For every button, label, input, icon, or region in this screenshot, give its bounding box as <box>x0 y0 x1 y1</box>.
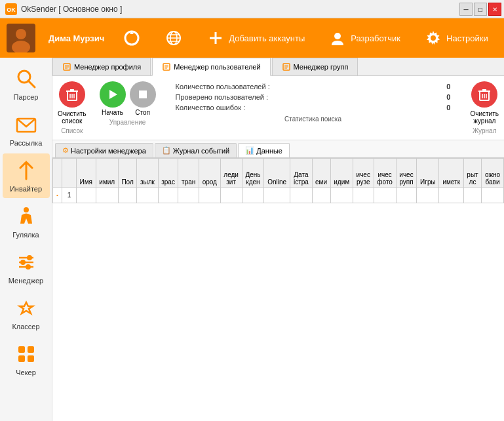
th-country: тран <box>178 159 199 188</box>
sub-tabs: ⚙ Настройки менеджера 📋 Журнал событий 📊… <box>52 140 504 158</box>
stat-checked-label: Проверено пользователей : <box>176 93 269 101</box>
tab-user-manager-label: Менеджер пользователей <box>174 63 260 71</box>
row-city <box>199 188 220 203</box>
settings-label: Настройки <box>446 33 488 43</box>
sidebar-item-walker[interactable]: Гулялка <box>3 199 50 244</box>
main-layout: Парсер Рассылка Инвайтер <box>0 58 504 421</box>
sidebar-item-checker[interactable]: Чекер <box>3 337 50 382</box>
start-button[interactable] <box>100 81 126 108</box>
settings-button[interactable]: Настройки <box>419 26 494 50</box>
start-stop-section: Начать Стоп Управление <box>100 81 156 134</box>
developer-button[interactable]: Разработчик <box>323 26 406 50</box>
checker-icon <box>14 342 38 366</box>
row-games <box>417 188 439 203</box>
stop-label: Стоп <box>135 109 150 116</box>
add-accounts-button[interactable]: Добавить аккаунты <box>201 26 310 50</box>
th-lastvisit: ледизит <box>220 159 242 188</box>
svg-rect-49 <box>139 90 147 98</box>
stats-section: Количество пользователей : 0 Проверено п… <box>169 81 457 134</box>
sidebar-item-classer-label: Классер <box>12 323 39 331</box>
start-label: Начать <box>102 109 123 116</box>
clear-list-section: Очистить список Список <box>58 81 87 134</box>
clear-list-label: Очистить список <box>58 110 87 125</box>
row-visible <box>330 188 353 203</box>
globe-button[interactable] <box>159 26 188 50</box>
manager-icon <box>14 251 38 274</box>
stat-checked-val: 0 <box>437 93 450 101</box>
svg-point-25 <box>26 264 31 270</box>
row-link <box>137 188 158 203</box>
clear-list-button[interactable] <box>59 81 85 108</box>
manager-controls: Очистить список Список Начать <box>52 76 504 140</box>
th-birthday: Денькден <box>242 159 264 188</box>
settings-icon <box>424 29 442 47</box>
row-status <box>312 188 330 203</box>
sidebar-item-parser[interactable]: Парсер <box>3 62 50 106</box>
svg-rect-29 <box>28 355 34 362</box>
th-private: рытлс <box>463 159 481 188</box>
th-online: Online <box>264 159 290 188</box>
sidebar-item-inviter[interactable]: Инвайтер <box>3 153 50 198</box>
sidebar: Парсер Рассылка Инвайтер <box>0 58 52 421</box>
close-button[interactable]: ✕ <box>488 3 501 16</box>
sub-tab-data-label: Данные <box>256 147 282 155</box>
journal-section-label: Журнал <box>473 127 497 134</box>
tab-user-manager[interactable]: Менеджер пользователей <box>152 58 270 76</box>
stat-users-label: Количество пользователей : <box>176 83 270 90</box>
th-photos: ичесфото <box>374 159 396 188</box>
developer-label: Разработчик <box>351 33 400 43</box>
tab-group-manager-label: Менеджер групп <box>294 63 349 71</box>
svg-point-23 <box>27 255 32 260</box>
user-tab-icon <box>162 62 171 71</box>
th-bullet <box>53 159 62 188</box>
row-country <box>178 188 199 203</box>
tab-profile-manager-label: Менеджер профиля <box>74 63 141 71</box>
row-regdate <box>290 188 312 203</box>
data-table-wrapper[interactable]: Имя имил Пол зылк зрас тран ород ледизит… <box>52 158 504 421</box>
main-tabs: Менеджер профиля Менеджер пользователей … <box>52 58 504 76</box>
clear-journal-button[interactable] <box>471 81 497 108</box>
clear-journal-label: Очистить журнал <box>470 110 499 125</box>
walker-icon <box>14 205 38 228</box>
tab-group-manager[interactable]: Менеджер групп <box>272 58 359 75</box>
stop-button[interactable] <box>130 81 156 108</box>
window-controls: ─ □ ✕ <box>459 3 501 16</box>
sub-tab-event-log[interactable]: 📋 Журнал событий <box>155 143 237 157</box>
refresh-button[interactable] <box>117 26 146 50</box>
sidebar-item-mailing[interactable]: Рассылка <box>3 108 50 152</box>
th-visible: идим <box>330 159 353 188</box>
th-games: Игры <box>417 159 439 188</box>
add-icon <box>206 29 225 47</box>
app-title: OkSender [ Основное окно ] <box>21 5 122 14</box>
mailing-icon <box>14 113 38 136</box>
developer-icon <box>328 29 347 47</box>
minimize-button[interactable]: ─ <box>459 3 473 16</box>
refresh-icon <box>123 29 141 47</box>
stat-row-errors: Количество ошибок : 0 <box>176 102 451 113</box>
svg-rect-27 <box>28 346 34 353</box>
row-gender <box>118 188 136 203</box>
svg-point-24 <box>20 260 26 265</box>
row-birthday <box>242 188 264 203</box>
th-age: зрас <box>158 159 178 188</box>
row-groups <box>396 188 417 203</box>
group-tab-icon <box>282 62 291 71</box>
maximize-button[interactable]: □ <box>474 3 487 16</box>
row-num: 1 <box>62 188 77 203</box>
stat-errors-val: 0 <box>437 104 450 111</box>
sub-tab-data[interactable]: 📊 Данные <box>238 143 290 157</box>
globe-icon <box>165 29 183 47</box>
avatar <box>7 24 35 52</box>
journal-section: Очистить журнал Журнал <box>470 81 499 134</box>
th-link: зылк <box>137 159 158 188</box>
stats-title: Статистика поиска <box>176 115 451 123</box>
sidebar-item-manager-label: Менеджер <box>9 277 43 285</box>
sidebar-item-manager[interactable]: Менеджер <box>3 245 50 290</box>
sub-tab-manager-settings[interactable]: ⚙ Настройки менеджера <box>55 143 153 157</box>
th-notes: иметк <box>439 159 464 188</box>
tab-profile-manager[interactable]: Менеджер профиля <box>52 58 151 75</box>
sidebar-item-mailing-label: Рассылка <box>10 139 43 147</box>
row-private <box>463 188 481 203</box>
sidebar-item-classer[interactable]: Классер <box>3 291 50 336</box>
th-friends: ичесрузе <box>353 159 374 188</box>
